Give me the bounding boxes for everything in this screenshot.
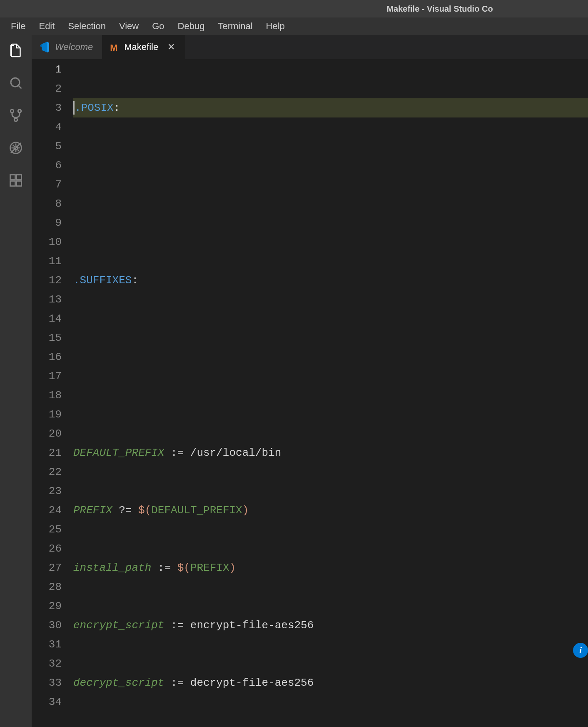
line-number: 19 xyxy=(32,405,62,424)
line-number: 15 xyxy=(32,328,62,347)
line-number: 22 xyxy=(32,462,62,482)
token: ) xyxy=(242,501,249,520)
svg-point-3 xyxy=(18,110,21,113)
line-number: 4 xyxy=(32,117,62,137)
code-line: PREFIX ?= $(DEFAULT_PREFIX) xyxy=(73,501,588,520)
line-number: 28 xyxy=(32,577,62,597)
info-notification-icon[interactable]: i xyxy=(573,643,588,658)
svg-rect-11 xyxy=(10,181,15,186)
code-line: decrypt_script := decrypt-file-aes256 xyxy=(73,673,588,692)
line-number: 13 xyxy=(32,290,62,309)
window-title-bar: Makefile - Visual Studio Co xyxy=(0,0,588,17)
tab-makefile[interactable]: M Makefile ✕ xyxy=(102,35,185,59)
menu-selection[interactable]: Selection xyxy=(61,18,112,34)
editor-area: Welcome M Makefile ✕ 1234567891011121314… xyxy=(32,35,588,727)
token: : xyxy=(132,271,138,290)
token: PREFIX xyxy=(73,501,112,520)
token: $( xyxy=(177,558,190,577)
token: ) xyxy=(229,558,236,577)
line-number: 21 xyxy=(32,443,62,462)
token: encrypt-file-aes256 xyxy=(190,616,314,635)
line-number: 25 xyxy=(32,520,62,539)
tab-makefile-label: Makefile xyxy=(124,42,158,52)
line-number: 27 xyxy=(32,558,62,577)
close-icon[interactable]: ✕ xyxy=(167,42,176,52)
token: := xyxy=(164,673,190,692)
line-number: 7 xyxy=(32,175,62,194)
debug-icon[interactable] xyxy=(8,140,24,156)
vscode-file-icon xyxy=(39,42,50,52)
editor-body[interactable]: 1234567891011121314151617181920212223242… xyxy=(32,59,588,727)
menu-help[interactable]: Help xyxy=(259,18,292,34)
token: DEFAULT_PREFIX xyxy=(151,501,242,520)
line-number: 5 xyxy=(32,137,62,156)
token: encrypt_script xyxy=(73,616,164,635)
token: := xyxy=(151,558,177,577)
svg-point-0 xyxy=(11,78,20,87)
token: install_path xyxy=(73,558,151,577)
line-number: 8 xyxy=(32,194,62,213)
line-number: 6 xyxy=(32,156,62,175)
line-number: 1 xyxy=(32,60,62,79)
code-content[interactable]: .POSIX: .SUFFIXES: DEFAULT_PREFIX := /us… xyxy=(73,59,588,727)
line-number: 33 xyxy=(32,673,62,692)
activity-bar xyxy=(0,35,32,727)
line-number: 20 xyxy=(32,424,62,443)
code-line xyxy=(73,328,588,347)
code-line: encrypt_script := encrypt-file-aes256 xyxy=(73,616,588,635)
code-line xyxy=(73,386,588,405)
line-number: 12 xyxy=(32,271,62,290)
tab-bar: Welcome M Makefile ✕ xyxy=(32,35,588,59)
token: ?= xyxy=(112,501,138,520)
line-number-gutter: 1234567891011121314151617181920212223242… xyxy=(32,59,73,727)
token: /usr/local/bin xyxy=(190,443,281,462)
menu-edit[interactable]: Edit xyxy=(32,18,61,34)
token: PREFIX xyxy=(190,558,229,577)
token: decrypt_script xyxy=(73,673,164,692)
svg-rect-10 xyxy=(17,175,22,180)
line-number: 14 xyxy=(32,309,62,328)
line-number: 2 xyxy=(32,79,62,98)
line-number: 34 xyxy=(32,692,62,712)
svg-rect-9 xyxy=(10,175,15,180)
line-number: 18 xyxy=(32,386,62,405)
extensions-icon[interactable] xyxy=(8,172,24,188)
line-number: 3 xyxy=(32,98,62,117)
code-line: DEFAULT_PREFIX := /usr/local/bin xyxy=(73,443,588,462)
svg-point-4 xyxy=(14,118,17,122)
svg-rect-12 xyxy=(17,181,22,186)
search-icon[interactable] xyxy=(8,75,24,91)
source-control-icon[interactable] xyxy=(8,107,24,123)
menu-bar: File Edit Selection View Go Debug Termin… xyxy=(0,17,588,35)
token: DEFAULT_PREFIX xyxy=(73,443,164,462)
line-number: 30 xyxy=(32,616,62,635)
code-line: install_path := $(PREFIX) xyxy=(73,558,588,577)
code-line xyxy=(73,213,588,232)
explorer-icon[interactable] xyxy=(8,42,24,58)
menu-go[interactable]: Go xyxy=(145,18,171,34)
menu-view[interactable]: View xyxy=(112,18,145,34)
line-number: 11 xyxy=(32,252,62,271)
main-area: Welcome M Makefile ✕ 1234567891011121314… xyxy=(0,35,588,727)
svg-line-1 xyxy=(18,85,22,89)
line-number: 9 xyxy=(32,213,62,232)
code-line: .SUFFIXES: xyxy=(73,271,588,290)
menu-debug[interactable]: Debug xyxy=(171,18,212,34)
line-number: 32 xyxy=(32,654,62,673)
line-number: 10 xyxy=(32,232,62,252)
token: : xyxy=(114,98,120,117)
line-number: 24 xyxy=(32,501,62,520)
line-number: 29 xyxy=(32,597,62,616)
menu-terminal[interactable]: Terminal xyxy=(211,18,259,34)
line-number: 26 xyxy=(32,539,62,558)
token: .SUFFIXES xyxy=(73,271,132,290)
line-number: 17 xyxy=(32,367,62,386)
code-line xyxy=(73,156,588,175)
menu-file[interactable]: File xyxy=(4,18,32,34)
makefile-file-icon: M xyxy=(110,42,119,52)
line-number: 23 xyxy=(32,482,62,501)
tab-welcome-label: Welcome xyxy=(55,42,93,52)
tab-welcome[interactable]: Welcome xyxy=(32,35,102,59)
token: := xyxy=(164,616,190,635)
window-title: Makefile - Visual Studio Co xyxy=(386,4,493,14)
